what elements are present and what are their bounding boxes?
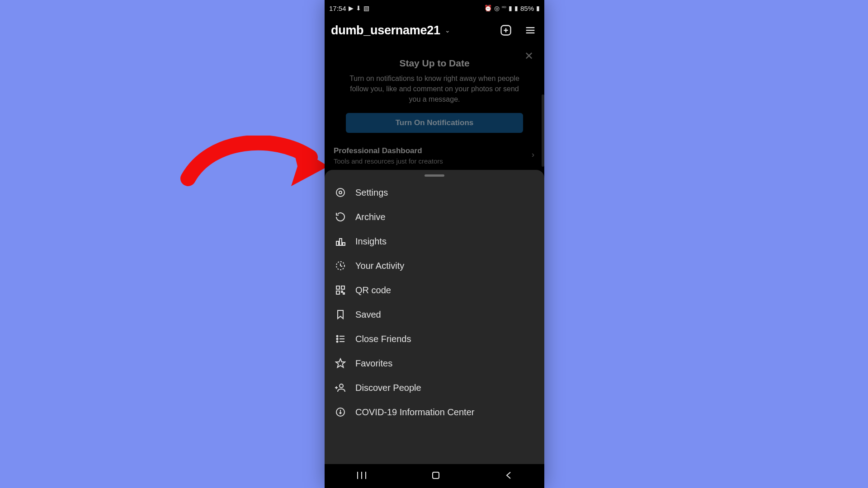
professional-dashboard-subtitle: Tools and resources just for creators [334, 157, 535, 165]
svg-rect-10 [340, 239, 342, 245]
svg-point-7 [336, 188, 344, 197]
svg-marker-0 [291, 144, 328, 186]
card-icon: ▧ [363, 5, 369, 11]
account-switcher[interactable]: dumb_username21 ⌄ [331, 23, 450, 38]
svg-rect-11 [343, 243, 345, 245]
menu-discover-people-label: Discover People [355, 383, 421, 393]
menu-insights[interactable]: Insights [325, 229, 544, 253]
battery-percent: 85% [520, 5, 534, 12]
chevron-right-icon: › [532, 150, 534, 160]
status-time: 17:54 [329, 5, 346, 12]
menu-archive[interactable]: Archive [325, 205, 544, 229]
your-activity-icon [335, 260, 346, 272]
svg-rect-17 [343, 293, 344, 294]
menu-your-activity-label: Your Activity [355, 261, 404, 271]
profile-background: ✕ Stay Up to Date Turn on notifications … [325, 44, 544, 165]
menu-covid-info-label: COVID-19 Information Center [355, 407, 474, 418]
nav-recents-button[interactable] [356, 470, 368, 482]
hotspot-icon: ◎ [494, 5, 500, 11]
menu-settings-label: Settings [355, 188, 388, 198]
phone-frame: 17:54 ▶ ⬇ ▧ ⏰ ◎ ᴴᴰ ▮ ▮ 85% ▮ dumb_userna… [325, 0, 544, 488]
discover-people-icon [335, 382, 346, 394]
menu-close-friends[interactable]: Close Friends [325, 327, 544, 351]
close-friends-icon [335, 333, 346, 345]
svg-rect-13 [336, 286, 340, 289]
insights-icon [335, 235, 346, 247]
menu-covid-info[interactable]: COVID-19 Information Center [325, 400, 544, 424]
menu-your-activity[interactable]: Your Activity [325, 253, 544, 278]
menu-discover-people[interactable]: Discover People [325, 375, 544, 400]
svg-point-18 [337, 336, 338, 337]
status-bar: 17:54 ▶ ⬇ ▧ ⏰ ◎ ᴴᴰ ▮ ▮ 85% ▮ [325, 0, 544, 16]
svg-rect-33 [433, 472, 439, 479]
svg-point-20 [337, 341, 338, 343]
turn-on-notifications-button[interactable]: Turn On Notifications [346, 113, 523, 133]
menu-archive-label: Archive [355, 212, 386, 222]
alarm-icon: ⏰ [484, 5, 492, 11]
settings-icon [335, 187, 346, 198]
battery-icon: ▮ [536, 5, 540, 11]
saved-icon [335, 309, 346, 320]
nav-back-button[interactable] [504, 470, 513, 482]
menu-insights-label: Insights [355, 236, 387, 247]
menu-settings[interactable]: Settings [325, 180, 544, 205]
close-card-button[interactable]: ✕ [524, 50, 533, 62]
menu-saved-label: Saved [355, 310, 381, 320]
options-bottom-sheet: Settings Archive Insights Your Activity [325, 170, 544, 464]
svg-point-8 [339, 191, 342, 194]
svg-rect-9 [336, 241, 339, 245]
professional-dashboard-title: Professional Dashboard [334, 146, 535, 155]
youtube-icon: ▶ [349, 5, 354, 11]
nav-home-button[interactable] [430, 470, 441, 483]
menu-qr-code-label: QR code [355, 285, 391, 296]
qr-code-icon [335, 284, 346, 296]
notifications-card-title: Stay Up to Date [334, 58, 535, 69]
android-nav-bar [325, 464, 544, 488]
app-bar: dumb_username21 ⌄ [325, 16, 544, 44]
notifications-card-subtitle: Turn on notifications to know right away… [344, 73, 525, 105]
archive-icon [335, 211, 346, 223]
scrollbar[interactable] [542, 94, 544, 167]
sheet-drag-handle[interactable] [425, 174, 444, 177]
create-button[interactable] [498, 23, 514, 38]
chevron-down-icon: ⌄ [445, 27, 450, 34]
username-label: dumb_username21 [331, 23, 440, 38]
svg-rect-16 [341, 291, 343, 292]
covid-info-icon [335, 406, 346, 418]
stage: 17:54 ▶ ⬇ ▧ ⏰ ◎ ᴴᴰ ▮ ▮ 85% ▮ dumb_userna… [0, 0, 868, 488]
hamburger-menu-button[interactable] [523, 23, 538, 38]
svg-point-25 [340, 384, 343, 388]
menu-close-friends-label: Close Friends [355, 334, 411, 344]
svg-rect-14 [341, 286, 344, 289]
svg-rect-15 [336, 291, 340, 294]
svg-point-19 [337, 338, 338, 340]
menu-saved[interactable]: Saved [325, 302, 544, 327]
svg-marker-24 [336, 359, 345, 367]
signal-1-icon: ▮ [509, 5, 512, 11]
volte-icon: ᴴᴰ [502, 6, 506, 10]
annotation-arrow-icon [179, 136, 328, 194]
signal-2-icon: ▮ [514, 5, 518, 11]
menu-favorites-label: Favorites [355, 358, 392, 369]
favorites-icon [335, 357, 346, 369]
professional-dashboard-row[interactable]: Professional Dashboard Tools and resourc… [334, 146, 535, 165]
menu-qr-code[interactable]: QR code [325, 278, 544, 302]
menu-favorites[interactable]: Favorites [325, 351, 544, 375]
download-icon: ⬇ [356, 5, 361, 11]
